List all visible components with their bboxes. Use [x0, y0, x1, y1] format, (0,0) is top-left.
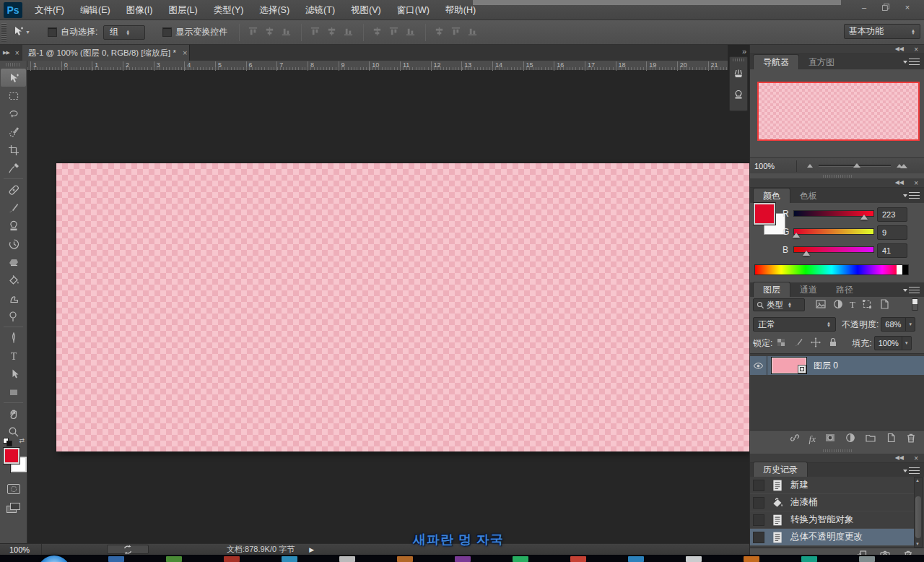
- collapse-panel-icon[interactable]: ◀◀: [895, 454, 904, 461]
- channel-value-field[interactable]: 41: [877, 243, 907, 258]
- scrollbar-thumb[interactable]: [915, 496, 921, 538]
- link-layers-icon[interactable]: [789, 432, 801, 446]
- filter-shape-layers-icon[interactable]: [861, 298, 873, 312]
- new-group-icon[interactable]: [865, 432, 876, 446]
- opacity-dropdown[interactable]: 68% ▼: [881, 317, 915, 332]
- taskbar-app-icon[interactable]: [686, 556, 702, 562]
- screen-mode-icon[interactable]: [6, 503, 21, 514]
- filter-smart-objects-icon[interactable]: [879, 298, 890, 312]
- quick-mask-mode-icon[interactable]: [7, 484, 20, 494]
- clone-stamp-tool[interactable]: [0, 217, 27, 235]
- panel-menu-icon[interactable]: [909, 192, 920, 199]
- close-button[interactable]: ×: [897, 1, 918, 13]
- menu-item[interactable]: 类型(Y): [206, 0, 252, 20]
- default-colors-icon[interactable]: [3, 438, 13, 446]
- taskbar-app-icon[interactable]: [108, 556, 124, 562]
- status-zoom-field[interactable]: 100%: [0, 544, 42, 555]
- taskbar-app-icon[interactable]: [801, 556, 817, 562]
- scroll-down-icon[interactable]: ▼: [915, 542, 920, 546]
- paint-bucket-tool[interactable]: [0, 271, 27, 289]
- channel-slider-thumb[interactable]: [793, 233, 800, 238]
- auto-select-dropdown[interactable]: 组 ▲▼: [103, 25, 145, 40]
- channel-slider-thumb[interactable]: [860, 215, 868, 220]
- brush-panel-icon[interactable]: [730, 63, 747, 85]
- hand-tool[interactable]: [0, 405, 27, 423]
- close-panel-icon[interactable]: ×: [914, 179, 918, 187]
- align-button-icon[interactable]: [450, 26, 463, 38]
- taskbar-app-icon[interactable]: [744, 556, 759, 562]
- history-state-row[interactable]: 转换为智能对象: [750, 511, 915, 529]
- lock-transparent-icon[interactable]: [775, 337, 787, 350]
- blend-mode-dropdown[interactable]: 正常 ▲▼: [753, 317, 836, 332]
- history-source-checkbox[interactable]: [753, 514, 764, 526]
- menu-item[interactable]: 滤镜(T): [297, 0, 343, 20]
- menu-item[interactable]: 文件(F): [27, 0, 72, 20]
- history-source-checkbox[interactable]: [753, 497, 764, 509]
- align-button-icon[interactable]: [248, 26, 260, 38]
- adjustment-layer-icon[interactable]: [845, 432, 856, 446]
- dodge-tool[interactable]: [0, 307, 27, 325]
- tab-close-all-icon[interactable]: ×: [12, 45, 22, 61]
- history-source-checkbox[interactable]: [753, 480, 764, 491]
- navigator-zoom-value[interactable]: 100%: [750, 162, 796, 170]
- crop-tool[interactable]: [0, 141, 27, 159]
- layer-row[interactable]: 图层 0: [750, 356, 924, 375]
- minimize-button[interactable]: –: [853, 1, 875, 13]
- tab-swatches[interactable]: 色板: [790, 189, 827, 203]
- collapse-panel-icon[interactable]: ◀◀: [895, 179, 904, 186]
- eyedropper-tool[interactable]: [0, 159, 27, 177]
- clone-source-panel-icon[interactable]: [730, 85, 747, 106]
- tab-history[interactable]: 历史记录: [753, 462, 808, 477]
- align-button-icon[interactable]: [405, 26, 417, 38]
- align-button-icon[interactable]: [434, 26, 446, 38]
- tab-overflow-chevrons-icon[interactable]: ▶▶: [0, 45, 12, 61]
- path-select-tool[interactable]: [0, 365, 27, 383]
- align-button-icon[interactable]: [388, 26, 401, 38]
- panel-menu-icon[interactable]: [909, 59, 920, 65]
- healing-brush-tool[interactable]: [0, 181, 27, 199]
- type-tool[interactable]: T: [0, 347, 27, 365]
- tab-channels[interactable]: 通道: [790, 282, 827, 297]
- panel-menu-icon[interactable]: [909, 287, 920, 293]
- tab-histogram[interactable]: 直方图: [799, 55, 844, 69]
- history-source-checkbox[interactable]: [753, 532, 764, 543]
- foreground-color-swatch[interactable]: [4, 448, 19, 464]
- document-tab[interactable]: 题-1 @ 100% (图层 0, RGB/8) [缩放后] * ×: [22, 45, 190, 61]
- add-mask-icon[interactable]: [824, 432, 836, 446]
- tab-navigator[interactable]: 导航器: [753, 54, 799, 69]
- smudge-tool[interactable]: [0, 289, 27, 307]
- menu-item[interactable]: 选择(S): [251, 0, 297, 20]
- swap-colors-icon[interactable]: ⇄: [19, 437, 25, 444]
- document-canvas[interactable]: [56, 163, 749, 451]
- close-panel-icon[interactable]: ×: [914, 46, 918, 53]
- taskbar-app-icon[interactable]: [628, 556, 644, 562]
- lock-pixels-icon[interactable]: [793, 337, 804, 350]
- align-button-icon[interactable]: [343, 26, 355, 38]
- toolbar-grip[interactable]: [6, 63, 21, 66]
- taskbar-app-icon[interactable]: [224, 556, 240, 562]
- eraser-tool[interactable]: [0, 253, 27, 271]
- layer-thumbnail[interactable]: [772, 358, 806, 373]
- channel-slider[interactable]: [793, 228, 874, 235]
- align-button-icon[interactable]: [326, 26, 339, 38]
- options-grip[interactable]: [1, 23, 6, 42]
- panel-menu-icon[interactable]: [909, 467, 920, 474]
- navigator-zoom-slider[interactable]: [819, 165, 891, 167]
- align-button-icon[interactable]: [372, 26, 384, 38]
- filter-type-layers-icon[interactable]: T: [850, 299, 855, 311]
- status-expand-arrow-icon[interactable]: ▶: [309, 546, 314, 553]
- expand-dock-icon[interactable]: »: [742, 47, 746, 56]
- brush-tool[interactable]: [0, 199, 27, 217]
- menu-item[interactable]: 窗口(W): [389, 0, 437, 20]
- pen-tool[interactable]: [0, 329, 27, 347]
- marquee-tool[interactable]: [0, 87, 27, 105]
- taskbar-app-icon[interactable]: [282, 556, 297, 562]
- lasso-tool[interactable]: [0, 105, 27, 123]
- history-scrollbar[interactable]: ▲ ▼: [914, 477, 923, 548]
- horizontal-ruler[interactable]: 10123456789101112131415161718192021: [27, 61, 728, 71]
- menu-item[interactable]: 图像(I): [118, 0, 161, 20]
- restore-button[interactable]: [875, 1, 897, 13]
- history-state-row[interactable]: 新建: [750, 477, 915, 494]
- filter-toggle-switch[interactable]: [912, 298, 918, 311]
- zoom-in-icon[interactable]: [897, 164, 907, 168]
